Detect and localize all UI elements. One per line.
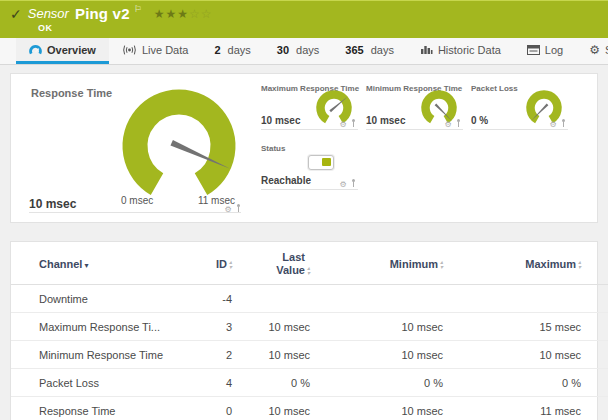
live-data-icon <box>122 44 137 56</box>
sort-icon: ▴▾ <box>440 260 443 270</box>
tab-bar: Overview Live Data 2days 30days 365days … <box>0 38 608 65</box>
gauge-settings-icon[interactable]: ⚙ <box>340 120 348 129</box>
gauge-value: 10 msec <box>261 115 300 126</box>
column-header-channel[interactable]: Channel▾ <box>11 242 193 285</box>
gauge-icon <box>29 44 42 55</box>
log-icon <box>527 45 540 55</box>
gauge-settings-icon[interactable]: ⚙ <box>225 205 233 214</box>
cell-last: 10 msec <box>236 397 314 420</box>
status-value: Reachable <box>261 175 311 186</box>
tab-365-days[interactable]: 365days <box>332 38 407 64</box>
response-time-gauge <box>121 88 237 204</box>
pin-icon[interactable] <box>351 179 356 187</box>
sort-desc-icon: ▾ <box>84 261 88 270</box>
gauge-value: 0 % <box>471 115 488 126</box>
cell-channel[interactable]: Packet Loss <box>11 369 193 397</box>
cell-last: 10 msec <box>236 341 314 369</box>
gauge-value: 10 msec <box>29 197 76 211</box>
response-time-gauge-cell[interactable]: Response Time 0 msec 11 msec 10 msec ⚙ <box>29 82 241 213</box>
status-cell[interactable]: Status Reachable ⚙ <box>261 142 358 190</box>
cell-min: 0 % <box>314 369 447 397</box>
column-header-id[interactable]: ID▴▾ <box>193 242 236 285</box>
cell-max: 10 msec <box>447 341 585 369</box>
object-kind-label: Sensor <box>28 6 69 22</box>
tab-settings[interactable]: ⚙ Settings <box>576 38 608 64</box>
cell-max <box>447 285 585 313</box>
table-row[interactable]: Maximum Response Ti...310 msec10 msec15 … <box>11 313 608 341</box>
cell-channel[interactable]: Response Time <box>11 397 193 420</box>
cell-last <box>236 285 314 313</box>
gauge-title: Packet Loss <box>471 84 518 93</box>
pin-icon[interactable] <box>456 119 461 127</box>
cell-max: 0 % <box>447 369 585 397</box>
cell-channel[interactable]: Minimum Response Time <box>11 341 193 369</box>
cell-min: 10 msec <box>314 397 447 420</box>
gauge-settings-icon[interactable]: ⚙ <box>445 120 453 129</box>
status-toggle-indicator <box>308 155 334 170</box>
tab-historic-data[interactable]: Historic Data <box>407 38 514 64</box>
gauge-scale-min: 0 msec <box>121 195 153 206</box>
gauge-value: 10 msec <box>366 115 405 126</box>
cell-max: 15 msec <box>447 313 585 341</box>
channel-table-body: Downtime-4⚙Maximum Response Ti...310 mse… <box>11 285 608 420</box>
tab-30-days[interactable]: 30days <box>264 38 333 64</box>
cell-id: 3 <box>193 313 236 341</box>
gauge-settings-icon[interactable]: ⚙ <box>340 180 348 189</box>
tab-overview[interactable]: Overview <box>16 38 109 64</box>
sensor-header: ✓ Sensor Ping v2 ⚐ ★★★☆☆ OK <box>0 0 608 38</box>
table-row[interactable]: Minimum Response Time210 msec10 msec10 m… <box>11 341 608 369</box>
column-header-maximum[interactable]: Maximum▴▾ <box>447 242 585 285</box>
cell-min <box>314 285 447 313</box>
minimum-response-time-gauge-cell[interactable]: Minimum Response Time 10 msec ⚙ <box>366 82 463 130</box>
sort-icon: ▴▾ <box>229 260 232 270</box>
gauge-title: Response Time <box>31 87 112 99</box>
column-header-minimum[interactable]: Minimum▴▾ <box>314 242 447 285</box>
cell-id: 0 <box>193 397 236 420</box>
channel-table: Channel▾ ID▴▾ Last Value▴▾ Minimum▴▾ Max… <box>11 242 608 420</box>
cell-id: 2 <box>193 341 236 369</box>
cell-id: -4 <box>193 285 236 313</box>
tab-live-data[interactable]: Live Data <box>109 38 201 64</box>
ok-check-icon: ✓ <box>10 6 22 22</box>
small-gauges-grid: Maximum Response Time 10 msec ⚙ Minimum … <box>261 82 587 222</box>
sensor-title[interactable]: Ping v2 <box>75 6 130 22</box>
gear-icon: ⚙ <box>589 44 600 56</box>
cell-min: 10 msec <box>314 341 447 369</box>
tab-2-days[interactable]: 2days <box>201 38 263 64</box>
priority-stars[interactable]: ★★★☆☆ <box>154 6 213 22</box>
channel-table-panel: Channel▾ ID▴▾ Last Value▴▾ Minimum▴▾ Max… <box>10 241 598 420</box>
sort-icon: ▴▾ <box>578 260 581 270</box>
bar-chart-icon <box>420 44 433 55</box>
grid-row-break <box>261 130 587 142</box>
cell-last: 10 msec <box>236 313 314 341</box>
cell-id: 4 <box>193 369 236 397</box>
flag-icon[interactable]: ⚐ <box>134 1 142 17</box>
sort-icon: ▴▾ <box>307 266 310 276</box>
pin-icon[interactable] <box>561 119 566 127</box>
cell-min: 10 msec <box>314 313 447 341</box>
column-header-actions <box>585 242 608 285</box>
table-row[interactable]: Downtime-4⚙ <box>11 285 608 313</box>
pin-icon[interactable] <box>236 204 241 212</box>
cell-last: 0 % <box>236 369 314 397</box>
toggle-knob <box>322 158 331 166</box>
table-header-row: Channel▾ ID▴▾ Last Value▴▾ Minimum▴▾ Max… <box>11 242 608 285</box>
maximum-response-time-gauge-cell[interactable]: Maximum Response Time 10 msec ⚙ <box>261 82 358 130</box>
packet-loss-gauge-cell[interactable]: Packet Loss 0 % ⚙ <box>471 82 568 130</box>
cell-channel[interactable]: Downtime <box>11 285 193 313</box>
table-row[interactable]: Response Time010 msec10 msec11 msec⚙ <box>11 397 608 420</box>
cell-max: 11 msec <box>447 397 585 420</box>
gauge-settings-icon[interactable]: ⚙ <box>550 120 558 129</box>
overview-gauges-panel: Response Time 0 msec 11 msec 10 msec ⚙ M… <box>10 73 598 223</box>
column-header-last-value[interactable]: Last Value▴▾ <box>236 242 314 285</box>
pin-icon[interactable] <box>351 119 356 127</box>
table-row[interactable]: Packet Loss40 %0 %0 %⚙ <box>11 369 608 397</box>
status-title: Status <box>261 144 285 153</box>
sensor-status-badge: OK <box>38 23 596 33</box>
tab-log[interactable]: Log <box>514 38 576 64</box>
cell-channel[interactable]: Maximum Response Ti... <box>11 313 193 341</box>
